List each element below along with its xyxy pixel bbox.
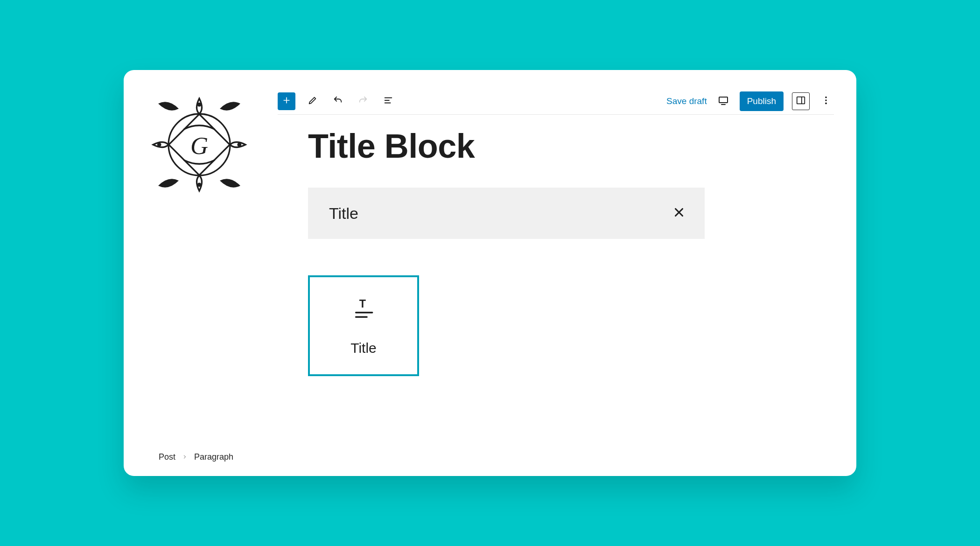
save-draft-button[interactable]: Save draft	[666, 96, 707, 106]
editor-content: Title Block Title T Title	[308, 121, 726, 434]
toolbar-right-group: Save draft Publish	[666, 91, 834, 111]
pencil-icon	[308, 95, 318, 107]
svg-point-2	[197, 103, 202, 107]
svg-rect-12	[797, 97, 805, 104]
block-result-title[interactable]: T Title	[308, 275, 419, 376]
svg-point-4	[157, 143, 161, 147]
sidebar-panel-icon	[796, 95, 806, 107]
redo-icon	[358, 95, 368, 107]
toolbar-left-group	[278, 92, 396, 110]
close-icon	[672, 205, 686, 221]
clear-search-button[interactable]	[672, 205, 686, 221]
svg-point-14	[825, 96, 827, 98]
breadcrumb-root[interactable]: Post	[159, 452, 175, 462]
breadcrumb-leaf[interactable]: Paragraph	[194, 452, 233, 462]
document-outline-button[interactable]	[380, 93, 396, 109]
block-search-box[interactable]: Title	[308, 188, 705, 239]
svg-point-3	[197, 182, 202, 187]
publish-button[interactable]: Publish	[740, 91, 784, 111]
svg-point-16	[825, 102, 827, 104]
editor-window: G	[124, 70, 856, 476]
desktop-icon	[718, 95, 729, 108]
svg-text:G: G	[190, 132, 208, 159]
plus-icon	[282, 96, 291, 107]
chevron-right-icon	[182, 452, 188, 462]
preview-button[interactable]	[715, 93, 731, 109]
add-block-button[interactable]	[278, 92, 295, 110]
undo-icon	[333, 95, 343, 107]
redo-button[interactable]	[355, 93, 371, 109]
site-logo: G	[148, 93, 251, 196]
block-result-label: Title	[350, 340, 377, 356]
block-search-input[interactable]: Title	[329, 204, 672, 223]
breadcrumb: Post Paragraph	[159, 452, 233, 462]
svg-rect-10	[719, 97, 728, 103]
svg-text:T: T	[359, 298, 366, 310]
settings-panel-toggle[interactable]	[792, 92, 810, 110]
svg-point-15	[825, 99, 827, 101]
more-vertical-icon	[821, 95, 831, 107]
undo-button[interactable]	[330, 93, 346, 109]
page-title[interactable]: Title Block	[308, 127, 726, 165]
svg-point-5	[237, 143, 241, 147]
title-block-icon: T	[350, 298, 377, 323]
more-options-button[interactable]	[818, 93, 834, 109]
edit-tool-button[interactable]	[305, 93, 321, 109]
editor-toolbar: Save draft Publish	[278, 88, 834, 115]
list-outline-icon	[383, 95, 393, 107]
